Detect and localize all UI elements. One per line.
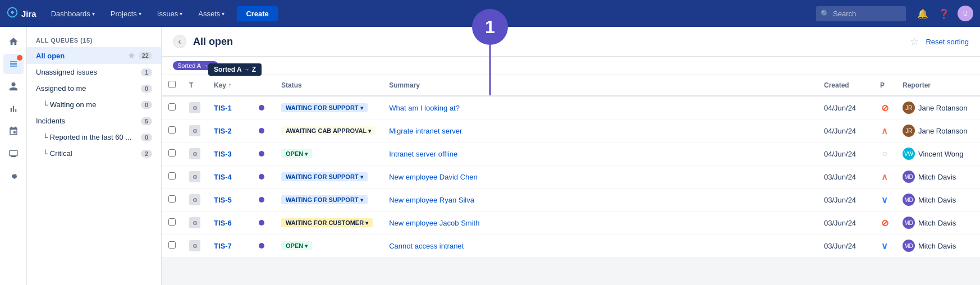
row-reporter-cell: JR Jane Rotanson — [896, 119, 980, 142]
chevron-down-icon: ▾ — [360, 197, 363, 203]
table-row: ⊕ TIS-5 WAITING FOR SUPPORT ▾ New employ… — [162, 189, 980, 212]
star-button[interactable]: ☆ — [910, 35, 919, 48]
search-input[interactable] — [816, 6, 906, 21]
issue-key-link[interactable]: TIS-3 — [214, 150, 232, 158]
jira-logo[interactable]: Jira — [7, 7, 36, 21]
status-badge[interactable]: OPEN ▾ — [281, 149, 312, 158]
table-row: ⊕ TIS-3 OPEN ▾ Intranet server offline 0… — [162, 142, 980, 166]
nav-assets[interactable]: Assets ▾ — [193, 6, 230, 21]
col-priority: P — [873, 75, 896, 96]
row-status-cell: WAITING FOR SUPPORT ▾ — [274, 189, 382, 212]
col-summary: Summary — [382, 75, 817, 96]
issue-key-link[interactable]: TIS-1 — [214, 104, 232, 112]
priority-icon: ∨ — [880, 195, 889, 204]
queue-item-unassigned[interactable]: Unassigned issues 1 — [27, 64, 161, 80]
queue-item-waiting-on-me[interactable]: └ Waiting on me 0 — [27, 96, 161, 113]
star-icon[interactable]: ★ — [128, 51, 135, 60]
notification-icon[interactable]: 🔔 — [915, 6, 931, 21]
queue-count: 0 — [141, 101, 152, 109]
row-status-cell: OPEN ▾ — [274, 235, 382, 258]
col-checkbox — [162, 75, 182, 96]
row-type-cell: ⊕ — [182, 142, 207, 166]
queue-item-incidents[interactable]: Incidents 5 — [27, 113, 161, 129]
row-type-cell: ⊕ — [182, 166, 207, 189]
content-title: All open — [193, 36, 903, 48]
nav-issues[interactable]: Issues ▾ — [152, 6, 189, 21]
row-checkbox[interactable] — [168, 126, 176, 134]
issue-key-link[interactable]: TIS-6 — [214, 219, 232, 227]
sidebar-icon-integration[interactable] — [3, 121, 24, 141]
sidebar-icon-reports[interactable] — [3, 99, 24, 119]
queue-badge-dot — [17, 55, 22, 61]
row-type-cell: ⊕ — [182, 119, 207, 142]
table-row: ⊕ TIS-1 WAITING FOR SUPPORT ▾ What am I … — [162, 96, 980, 119]
issue-created-date: 03/Jun/24 — [824, 219, 856, 227]
search-icon: 🔍 — [821, 10, 830, 18]
row-checkbox[interactable] — [168, 172, 176, 180]
nav-projects[interactable]: Projects ▾ — [105, 6, 147, 21]
row-priority-cell: ○ — [873, 142, 896, 166]
issue-created-date: 04/Jun/24 — [824, 127, 856, 135]
row-checkbox[interactable] — [168, 195, 176, 203]
issue-type-icon: ⊕ — [189, 240, 200, 251]
sidebar-icon-home[interactable] — [3, 31, 24, 52]
queue-count: 0 — [141, 85, 152, 93]
avatar[interactable]: U — [958, 6, 973, 21]
queue-sidebar: ALL QUEUES (15) All open ★ 22 Unassigned… — [27, 27, 162, 285]
issue-type-icon: ⊕ — [189, 194, 200, 205]
sidebar-icon-monitor[interactable] — [3, 144, 24, 164]
queue-item-reported-last-60[interactable]: └ Reported in the last 60 ... 0 — [27, 129, 161, 145]
row-reporter-cell: VW Vincent Wong — [896, 142, 980, 166]
status-badge[interactable]: WAITING FOR SUPPORT ▾ — [281, 103, 368, 112]
issue-key-link[interactable]: TIS-4 — [214, 173, 232, 181]
queue-item-assigned[interactable]: Assigned to me 0 — [27, 80, 161, 96]
row-checkbox[interactable] — [168, 218, 176, 226]
select-all-checkbox[interactable] — [168, 81, 176, 88]
row-checkbox-cell — [162, 142, 182, 166]
row-status-cell: OPEN ▾ — [274, 142, 382, 166]
issue-key-link[interactable]: TIS-2 — [214, 127, 232, 135]
reporter-avatar: MD — [903, 171, 915, 183]
row-checkbox[interactable] — [168, 241, 176, 249]
sidebar-icon-settings[interactable] — [3, 166, 24, 186]
row-summary-cell: New employee Jacob Smith — [382, 212, 817, 235]
queue-header: ALL QUEUES (15) — [27, 34, 161, 47]
status-badge[interactable]: AWAITING CAB APPROVAL ▾ — [281, 126, 375, 135]
col-key[interactable]: Key ↑ Sorted A → Z — [207, 75, 252, 96]
status-dot — [259, 174, 264, 180]
queue-item-label: └ Critical — [43, 149, 138, 158]
queue-item-all-open[interactable]: All open ★ 22 — [27, 47, 161, 64]
issue-key-link[interactable]: TIS-5 — [214, 196, 232, 204]
collapse-button[interactable]: ‹ — [173, 35, 186, 48]
row-checkbox[interactable] — [168, 103, 176, 111]
queue-count: 2 — [141, 150, 152, 158]
sidebar-icon-queues[interactable] — [3, 54, 24, 74]
row-reporter-cell: MD Mitch Davis — [896, 212, 980, 235]
status-badge[interactable]: WAITING FOR SUPPORT ▾ — [281, 172, 368, 181]
row-type-cell: ⊕ — [182, 235, 207, 258]
status-badge[interactable]: OPEN ▾ — [281, 241, 312, 250]
nav-dashboards[interactable]: Dashboards ▾ — [45, 6, 100, 21]
annotation-number: 1 — [472, 9, 508, 45]
row-priority-cell: ⊘ — [873, 212, 896, 235]
row-checkbox[interactable] — [168, 149, 176, 157]
row-key-cell: TIS-1 — [207, 96, 252, 119]
queue-item-critical[interactable]: └ Critical 2 — [27, 145, 161, 162]
help-icon[interactable]: ❓ — [936, 6, 952, 21]
reporter-name: Mitch Davis — [918, 173, 956, 181]
reporter-avatar: MD — [903, 194, 915, 206]
status-badge[interactable]: WAITING FOR CUSTOMER ▾ — [281, 218, 373, 227]
issue-type-icon: ⊕ — [189, 171, 200, 182]
row-type-cell: ⊕ — [182, 96, 207, 119]
reset-sorting-button[interactable]: Reset sorting — [926, 38, 969, 46]
sidebar-icon-people[interactable] — [3, 76, 24, 96]
reporter-avatar: JR — [903, 125, 915, 137]
row-summary-cell: New employee David Chen — [382, 166, 817, 189]
status-dot — [259, 105, 264, 111]
icon-sidebar — [0, 27, 27, 285]
issue-created-date: 03/Jun/24 — [824, 242, 856, 250]
status-badge[interactable]: WAITING FOR SUPPORT ▾ — [281, 195, 368, 204]
create-button[interactable]: Create — [237, 6, 277, 21]
issue-key-link[interactable]: TIS-7 — [214, 242, 232, 250]
chevron-down-icon: ▾ — [365, 220, 368, 226]
